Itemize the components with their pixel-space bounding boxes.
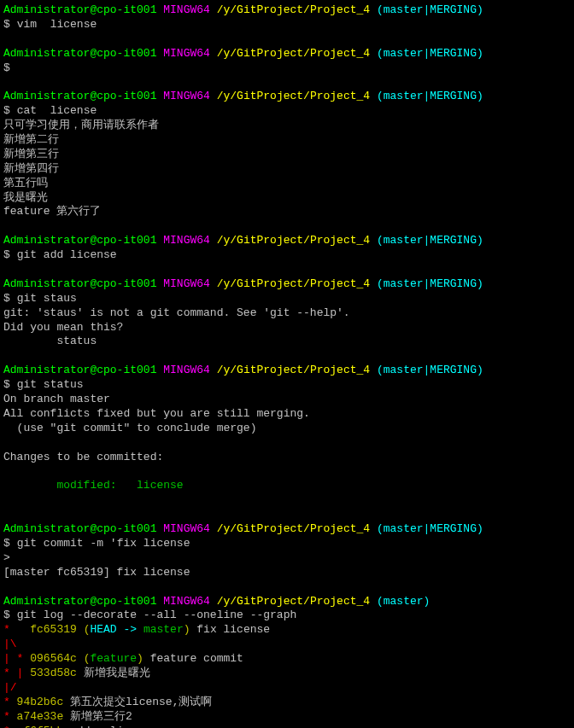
- prompt-line: Administrator@cpo-it001 MINGW64 /y/GitPr…: [3, 90, 571, 104]
- prompt-line: Administrator@cpo-it001 MINGW64 /y/GitPr…: [3, 364, 571, 378]
- output-line: All conflicts fixed but you are still me…: [3, 407, 571, 422]
- output-line: (use "git commit" to conclude merge): [3, 422, 571, 436]
- output-line: 第五行吗: [3, 177, 571, 191]
- command-line: $ cat license: [3, 104, 571, 119]
- blank: [3, 263, 571, 277]
- blank: [3, 32, 571, 47]
- output-line: 新增第二行: [3, 133, 571, 148]
- output-line: Changes to be committed:: [3, 451, 571, 465]
- log-entry: * | 533d58c 新增我是曙光: [3, 667, 571, 681]
- log-entry: | * 096564c (feature) feature commit: [3, 652, 571, 667]
- prompt-line: Administrator@cpo-it001 MINGW64 /y/GitPr…: [3, 3, 571, 18]
- blank: [3, 219, 571, 234]
- blank: [3, 493, 571, 508]
- prompt-line: Administrator@cpo-it001 MINGW64 /y/GitPr…: [3, 595, 571, 609]
- output-line: 我是曙光: [3, 191, 571, 206]
- output-line: 只可学习使用，商用请联系作者: [3, 119, 571, 133]
- command-line: $ git status: [3, 378, 571, 393]
- prompt-line: Administrator@cpo-it001 MINGW64 /y/GitPr…: [3, 522, 571, 537]
- output-line: status: [3, 335, 571, 349]
- terminal[interactable]: Administrator@cpo-it001 MINGW64 /y/GitPr…: [3, 3, 571, 728]
- continuation: >: [3, 551, 571, 566]
- output-line: [master fc65319] fix license: [3, 566, 571, 580]
- blank: [3, 349, 571, 364]
- log-entry: * a74e33e 新增第三行2: [3, 710, 571, 725]
- blank: [3, 580, 571, 595]
- output-line: 新增第四行: [3, 162, 571, 177]
- blank: [3, 436, 571, 451]
- prompt-line: Administrator@cpo-it001 MINGW64 /y/GitPr…: [3, 47, 571, 61]
- command-line: $ git staus: [3, 292, 571, 306]
- blank: [3, 75, 571, 90]
- log-graph: |\: [3, 638, 571, 652]
- log-entry: * 94b2b6c 第五次提交license,测试啊: [3, 696, 571, 710]
- output-line: git: 'staus' is not a git command. See '…: [3, 306, 571, 321]
- modified-file: modified: license: [3, 479, 571, 493]
- prompt-line: Administrator@cpo-it001 MINGW64 /y/GitPr…: [3, 234, 571, 248]
- output-line: feature 第六行了: [3, 205, 571, 219]
- prompt-line: Administrator@cpo-it001 MINGW64 /y/GitPr…: [3, 277, 571, 292]
- blank: [3, 508, 571, 522]
- command-line: $: [3, 61, 571, 76]
- log-graph: |/: [3, 681, 571, 696]
- log-entry: * fc65319 (HEAD -> master) fix license: [3, 623, 571, 638]
- output-line: 新增第三行: [3, 148, 571, 162]
- blank: [3, 465, 571, 480]
- log-entry: * ef6f5bb add a license: [3, 725, 571, 728]
- command-line: $ vim license: [3, 18, 571, 32]
- command-line: $ git log --decorate --all --oneline --g…: [3, 609, 571, 623]
- command-line: $ git commit -m 'fix license: [3, 537, 571, 551]
- output-line: On branch master: [3, 393, 571, 407]
- command-line: $ git add license: [3, 248, 571, 263]
- output-line: Did you mean this?: [3, 321, 571, 335]
